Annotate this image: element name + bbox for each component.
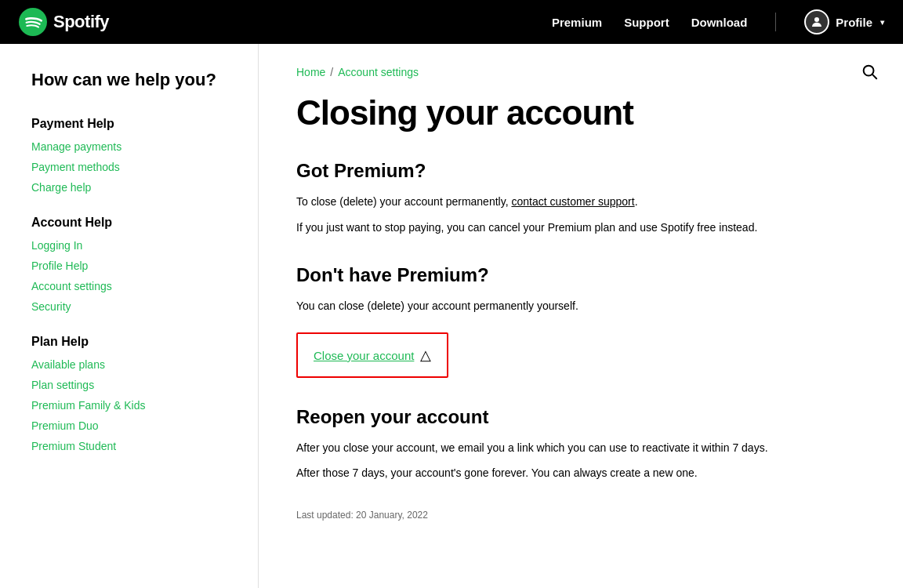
- svg-point-1: [814, 17, 819, 22]
- section-heading-got-premium: Got Premium?: [296, 160, 856, 182]
- close-account-link[interactable]: Close your account: [314, 349, 414, 362]
- contact-support-link[interactable]: contact customer support: [511, 195, 634, 208]
- sidebar: How can we help you? Payment Help Manage…: [0, 44, 259, 588]
- last-updated: Last updated: 20 January, 2022: [296, 510, 856, 521]
- nav-links: Premium Support Download Profile ▾: [552, 9, 884, 34]
- sidebar-link-manage-payments[interactable]: Manage payments: [31, 140, 239, 153]
- brand-logo[interactable]: Spotify: [19, 8, 109, 36]
- sidebar-link-security[interactable]: Security: [31, 300, 239, 313]
- nav-download[interactable]: Download: [691, 16, 748, 29]
- sidebar-link-account-settings[interactable]: Account settings: [31, 280, 239, 292]
- section-no-premium: Don't have Premium? You can close (delet…: [296, 264, 856, 377]
- section-text-premium-2: If you just want to stop paying, you can…: [296, 219, 856, 236]
- section-text-reopen-2: After those 7 days, your account's gone …: [296, 464, 856, 481]
- breadcrumb-home[interactable]: Home: [296, 66, 325, 78]
- section-text-no-premium: You can close (delete) your account perm…: [296, 297, 856, 314]
- section-heading-no-premium: Don't have Premium?: [296, 264, 856, 286]
- search-icon[interactable]: [861, 63, 878, 85]
- profile-label: Profile: [836, 16, 872, 29]
- breadcrumb-current: Account settings: [338, 66, 419, 78]
- sidebar-section-title-account: Account Help: [31, 216, 239, 230]
- breadcrumb-separator: /: [330, 66, 333, 78]
- close-account-box: Close your account △: [296, 332, 448, 378]
- sidebar-link-profile-help[interactable]: Profile Help: [31, 260, 239, 272]
- page-title: Closing your account: [296, 94, 856, 132]
- profile-button[interactable]: Profile ▾: [804, 9, 884, 34]
- section-text-reopen-1: After you close your account, we email y…: [296, 439, 856, 456]
- sidebar-link-premium-family[interactable]: Premium Family & Kids: [31, 399, 239, 412]
- section-heading-reopen: Reopen your account: [296, 406, 856, 428]
- sidebar-section-title-plan: Plan Help: [31, 335, 239, 349]
- brand-name: Spotify: [53, 12, 109, 32]
- sidebar-link-premium-student[interactable]: Premium Student: [31, 440, 239, 452]
- nav-support[interactable]: Support: [624, 16, 669, 29]
- breadcrumb: Home / Account settings: [296, 66, 856, 78]
- sidebar-section-title-payment: Payment Help: [31, 117, 239, 131]
- sidebar-main-title: How can we help you?: [31, 69, 239, 92]
- page-container: How can we help you? Payment Help Manage…: [0, 44, 903, 588]
- nav-divider: [775, 13, 776, 31]
- navbar: Spotify Premium Support Download Profile…: [0, 0, 903, 44]
- sidebar-section-payment: Payment Help Manage payments Payment met…: [31, 117, 239, 194]
- cursor-icon: △: [420, 347, 431, 364]
- sidebar-link-payment-methods[interactable]: Payment methods: [31, 161, 239, 173]
- section-reopen: Reopen your account After you close your…: [296, 406, 856, 482]
- sidebar-link-premium-duo[interactable]: Premium Duo: [31, 419, 239, 432]
- sidebar-link-available-plans[interactable]: Available plans: [31, 358, 239, 371]
- sidebar-link-plan-settings[interactable]: Plan settings: [31, 379, 239, 391]
- nav-premium[interactable]: Premium: [552, 16, 602, 29]
- spotify-logo-icon: [19, 8, 47, 36]
- sidebar-section-account: Account Help Logging In Profile Help Acc…: [31, 216, 239, 313]
- sidebar-section-plan: Plan Help Available plans Plan settings …: [31, 335, 239, 452]
- section-got-premium: Got Premium? To close (delete) your acco…: [296, 160, 856, 236]
- section-text-premium-1: To close (delete) your account permanent…: [296, 193, 856, 210]
- main-content: Home / Account settings Closing your acc…: [259, 44, 903, 588]
- sidebar-link-logging-in[interactable]: Logging In: [31, 239, 239, 252]
- svg-line-3: [872, 74, 876, 78]
- profile-avatar-icon: [804, 9, 829, 34]
- sidebar-link-charge-help[interactable]: Charge help: [31, 181, 239, 194]
- chevron-down-icon: ▾: [880, 18, 884, 27]
